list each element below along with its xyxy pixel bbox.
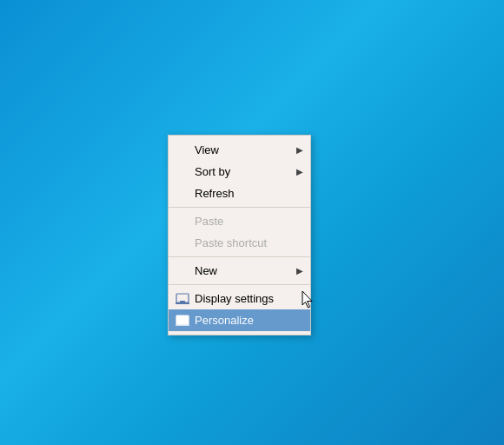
display-settings-icon bbox=[174, 290, 191, 308]
svg-rect-2 bbox=[180, 301, 185, 302]
context-menu: View Sort by Refresh Paste Paste shortcu… bbox=[168, 135, 311, 335]
menu-item-new-label: New bbox=[195, 264, 217, 277]
svg-rect-6 bbox=[183, 320, 187, 322]
desktop: View Sort by Refresh Paste Paste shortcu… bbox=[0, 0, 504, 445]
menu-item-personalize-label: Personalize bbox=[195, 314, 254, 327]
menu-item-view-label: View bbox=[195, 143, 219, 156]
menu-item-new[interactable]: New bbox=[169, 260, 310, 282]
menu-item-personalize[interactable]: Personalize bbox=[169, 309, 310, 331]
separator-2 bbox=[169, 256, 310, 257]
menu-item-display-settings-label: Display settings bbox=[195, 292, 274, 305]
menu-item-paste-label: Paste bbox=[195, 215, 223, 228]
menu-item-paste-shortcut-label: Paste shortcut bbox=[195, 236, 267, 249]
menu-item-paste: Paste bbox=[169, 210, 310, 232]
svg-rect-7 bbox=[176, 324, 189, 326]
svg-rect-4 bbox=[178, 317, 182, 321]
menu-item-sort-by-label: Sort by bbox=[195, 165, 230, 178]
separator-1 bbox=[169, 207, 310, 208]
menu-item-sort-by[interactable]: Sort by bbox=[169, 161, 310, 183]
svg-rect-5 bbox=[183, 317, 187, 319]
menu-item-view[interactable]: View bbox=[169, 139, 310, 161]
menu-item-paste-shortcut: Paste shortcut bbox=[169, 232, 310, 254]
separator-3 bbox=[169, 284, 310, 285]
menu-item-display-settings[interactable]: Display settings bbox=[169, 288, 310, 309]
personalize-icon bbox=[174, 312, 191, 329]
svg-rect-1 bbox=[176, 302, 189, 304]
menu-item-refresh[interactable]: Refresh bbox=[169, 183, 310, 204]
menu-item-refresh-label: Refresh bbox=[195, 187, 235, 200]
